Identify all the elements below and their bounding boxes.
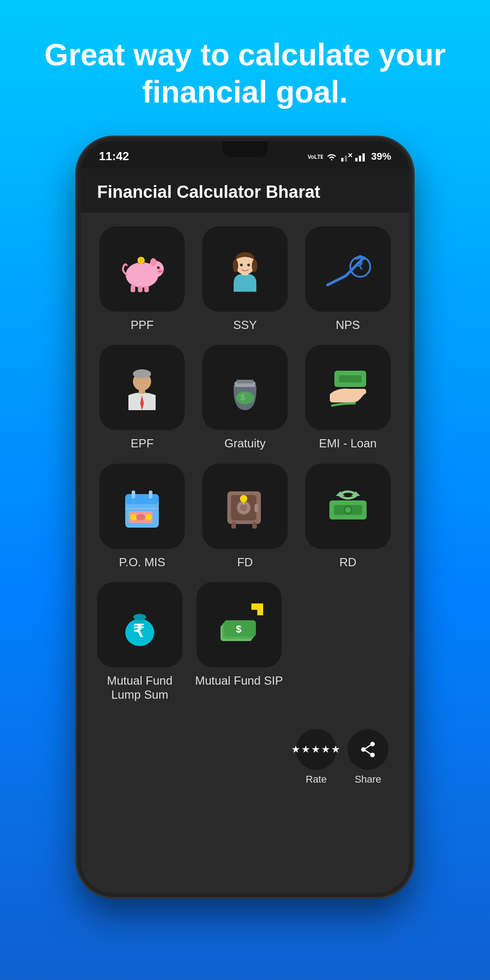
rate-button[interactable]: ★★★★★ Rate xyxy=(296,729,337,785)
svg-rect-17 xyxy=(144,286,149,292)
gratuity-icon: $ xyxy=(220,363,270,412)
svg-line-74 xyxy=(365,745,371,749)
svg-rect-54 xyxy=(255,504,258,512)
svg-rect-1 xyxy=(341,158,343,162)
mfsip-icon-box: $ xyxy=(196,582,282,667)
grid-item-ssy[interactable]: SSY xyxy=(200,226,290,332)
nps-icon-box: ₹ xyxy=(305,226,391,312)
svg-point-45 xyxy=(136,514,145,520)
svg-point-46 xyxy=(130,514,137,520)
mflumpsum-icon-box: ₹ xyxy=(97,582,182,667)
grid-item-fd[interactable]: FD xyxy=(200,464,290,569)
rate-label: Rate xyxy=(306,774,327,785)
svg-text:₹: ₹ xyxy=(133,622,144,641)
svg-text:VoLTE: VoLTE xyxy=(308,154,323,160)
epf-icon xyxy=(117,363,167,412)
rd-icon xyxy=(323,481,373,531)
pomis-icon-box xyxy=(99,464,185,549)
ssy-icon xyxy=(220,244,270,294)
share-icon-circle xyxy=(348,729,388,770)
svg-rect-34 xyxy=(236,380,254,383)
svg-point-10 xyxy=(150,258,157,266)
emi-icon xyxy=(323,363,373,412)
wifi-icon xyxy=(326,152,338,162)
grid-item-mflumpsum[interactable]: ₹ Mutual FundLump Sum xyxy=(97,582,182,702)
svg-point-71 xyxy=(370,742,375,746)
grid-row-2: EPF $ Grat xyxy=(97,345,393,451)
phone-shell: 11:42 VoLTE xyxy=(77,137,413,897)
bottom-action-bar: ★★★★★ Rate Share xyxy=(97,725,393,794)
rate-icon-circle: ★★★★★ xyxy=(296,729,337,770)
grid-item-gratuity[interactable]: $ Gratuity xyxy=(200,345,290,451)
rd-label: RD xyxy=(339,555,357,569)
svg-point-51 xyxy=(240,504,247,511)
grid-item-ppf[interactable]: PPF xyxy=(97,226,187,332)
svg-rect-56 xyxy=(252,522,257,529)
tagline: Great way to calculate your financial go… xyxy=(0,0,490,137)
svg-rect-55 xyxy=(231,522,236,529)
svg-rect-6 xyxy=(359,156,361,162)
svg-rect-41 xyxy=(132,490,135,499)
grid-row-1: PPF xyxy=(97,226,393,332)
emi-icon-box xyxy=(305,345,391,430)
svg-rect-2 xyxy=(345,156,347,162)
gratuity-label: Gratuity xyxy=(224,436,265,451)
gratuity-icon-box: $ xyxy=(202,345,288,430)
pomis-label: P.O. MIS xyxy=(119,555,165,569)
svg-point-23 xyxy=(233,260,238,272)
svg-rect-16 xyxy=(138,286,142,292)
svg-point-73 xyxy=(370,753,375,757)
share-icon xyxy=(359,740,377,759)
app-content: PPF xyxy=(81,213,409,893)
mfsip-label: Mutual Fund SIP xyxy=(195,674,283,688)
mflumpsum-icon: ₹ xyxy=(115,600,165,650)
ssy-icon-box xyxy=(202,226,288,312)
signal-icon xyxy=(355,152,367,162)
grid-item-nps[interactable]: ₹ NPS xyxy=(303,226,393,332)
epf-label: EPF xyxy=(131,436,154,451)
ppf-label: PPF xyxy=(131,318,154,332)
fd-icon xyxy=(220,481,270,531)
svg-line-75 xyxy=(365,750,371,754)
svg-text:$: $ xyxy=(240,393,245,402)
svg-rect-5 xyxy=(355,158,358,162)
nps-label: NPS xyxy=(336,318,360,332)
svg-rect-42 xyxy=(149,490,152,499)
rd-icon-box xyxy=(305,464,391,549)
mflumpsum-label: Mutual FundLump Sum xyxy=(107,674,173,702)
svg-point-14 xyxy=(161,271,162,272)
svg-point-25 xyxy=(240,264,243,266)
status-right: VoLTE xyxy=(308,151,391,162)
svg-point-24 xyxy=(252,260,257,272)
grid-item-mfsip[interactable]: $ Mutual Fund SIP xyxy=(195,582,283,702)
svg-point-47 xyxy=(146,514,152,520)
svg-point-32 xyxy=(133,369,151,378)
grid-item-rd[interactable]: RD xyxy=(303,464,393,569)
signal-x-icon xyxy=(340,152,352,162)
svg-point-72 xyxy=(361,747,366,752)
grid-item-emi[interactable]: EMI - Loan xyxy=(303,345,393,451)
svg-rect-40 xyxy=(125,494,159,504)
svg-rect-15 xyxy=(131,285,135,292)
grid-row-4: ₹ Mutual FundLump Sum $ xyxy=(97,582,393,702)
svg-point-20 xyxy=(138,258,144,263)
svg-point-13 xyxy=(159,271,160,272)
grid-item-epf[interactable]: EPF xyxy=(97,345,187,451)
volte-icon: VoLTE xyxy=(308,152,323,162)
pomis-icon xyxy=(117,481,167,531)
mfsip-icon: $ xyxy=(214,600,264,650)
share-label: Share xyxy=(355,774,382,785)
svg-rect-7 xyxy=(363,153,365,162)
svg-point-53 xyxy=(240,495,247,502)
status-icons: VoLTE xyxy=(308,152,367,162)
svg-point-11 xyxy=(157,266,160,269)
fd-label: FD xyxy=(237,555,253,569)
svg-text:$: $ xyxy=(236,623,241,635)
grid-item-pomis[interactable]: P.O. MIS xyxy=(97,464,187,569)
ppf-icon-box xyxy=(99,226,185,312)
svg-text:₹: ₹ xyxy=(357,260,363,272)
share-button[interactable]: Share xyxy=(348,729,388,785)
epf-icon-box xyxy=(99,345,185,430)
emi-label: EMI - Loan xyxy=(319,436,377,451)
grid-row-3: P.O. MIS xyxy=(97,464,393,569)
